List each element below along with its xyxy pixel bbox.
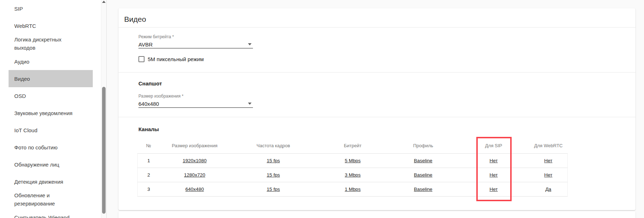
sidebar-item-iot-cloud[interactable]: IoT Cloud <box>9 122 93 139</box>
pixel-mode-checkbox-row[interactable]: 5M пиксельный режим <box>138 56 635 62</box>
sidebar-nav: SIP WebRTC Логика дискретных выходов Ауд… <box>9 0 93 218</box>
channel-number: 1 <box>138 153 160 168</box>
sidebar-item-sip[interactable]: SIP <box>9 0 93 17</box>
column-header-for-sip: Для SIP <box>458 138 529 153</box>
table-row: 3 640x480 15 fps 1 Mbps Baseline Нет Да <box>138 182 568 196</box>
sidebar-item-photo-by-event[interactable]: Фото по событию <box>9 139 93 156</box>
sidebar-item-motion-detection[interactable]: Детекция движения <box>9 173 93 190</box>
table-row: 2 1280x720 15 fps 3 Mbps Baseline Нет Не… <box>138 168 568 182</box>
next-card-edge <box>118 211 635 218</box>
snapshot-size-label: Размер изображения * <box>138 94 253 99</box>
for-sip-link[interactable]: Нет <box>490 187 498 192</box>
column-header-frame-rate: Частота кадров <box>230 138 317 153</box>
snapshot-size-value: 640x480 <box>138 101 253 107</box>
scrollbar-up-arrow-icon[interactable] <box>102 1 106 3</box>
sidebar-item-update-backup[interactable]: Обновление и резервирование <box>9 190 93 209</box>
channels-heading: Каналы <box>138 127 635 132</box>
profile-link[interactable]: Baseline <box>414 172 432 178</box>
column-header-profile: Профиль <box>389 138 458 153</box>
image-size-link[interactable]: 640x480 <box>186 187 204 192</box>
sidebar-item-sound-notifications[interactable]: Звуковые уведомления <box>9 104 93 122</box>
frame-rate-link[interactable]: 15 fps <box>267 172 280 178</box>
table-header-row: № Размер изображения Частота кадров Битр… <box>138 138 568 153</box>
bitrate-link[interactable]: 3 Mbps <box>345 172 360 178</box>
channel-number: 2 <box>138 168 160 182</box>
sidebar-item-webrtc[interactable]: WebRTC <box>9 17 93 34</box>
column-header-image-size: Размер изображения <box>160 138 230 153</box>
for-webrtc-link[interactable]: Да <box>545 187 551 192</box>
sidebar-scrollbar-thumb[interactable] <box>102 87 106 214</box>
main-content: Видео Режим битрейта * AVBR 5M пиксельны… <box>107 0 644 218</box>
column-header-for-webrtc: Для WebRTC <box>529 138 568 153</box>
snapshot-section: Снапшот Размер изображения * 640x480 <box>118 73 635 117</box>
settings-sidebar: SIP WebRTC Логика дискретных выходов Ауд… <box>0 0 101 218</box>
sidebar-item-wiegand-reader[interactable]: Считыватель Wiegand <box>9 209 93 218</box>
image-size-link[interactable]: 1920x1080 <box>183 158 207 163</box>
video-settings-card: Видео Режим битрейта * AVBR 5M пиксельны… <box>118 8 635 210</box>
frame-rate-link[interactable]: 15 fps <box>267 187 280 192</box>
for-webrtc-link[interactable]: Нет <box>544 172 552 178</box>
chevron-down-icon <box>248 103 252 105</box>
channel-number: 3 <box>138 182 160 196</box>
snapshot-heading: Снапшот <box>138 81 635 86</box>
sidebar-item-audio[interactable]: Аудио <box>9 53 93 70</box>
sidebar-scrollbar-track[interactable] <box>101 0 107 218</box>
sidebar-item-video[interactable]: Видео <box>9 70 93 87</box>
column-header-bitrate: Битрейт <box>317 138 389 153</box>
sidebar-item-face-detection[interactable]: Обнаружение лиц <box>9 156 93 173</box>
pixel-mode-checkbox-label: 5M пиксельный режим <box>148 56 204 62</box>
page-title: Видео <box>118 8 635 28</box>
frame-rate-link[interactable]: 15 fps <box>267 158 280 163</box>
channels-section: Каналы № Размер изображения Частота кадр… <box>118 117 635 197</box>
bitrate-mode-select[interactable]: Режим битрейта * AVBR <box>138 34 253 49</box>
for-webrtc-link[interactable]: Нет <box>544 158 552 163</box>
profile-link[interactable]: Baseline <box>414 158 432 163</box>
snapshot-size-select[interactable]: Размер изображения * 640x480 <box>138 94 253 108</box>
for-sip-link[interactable]: Нет <box>490 172 498 178</box>
column-header-number: № <box>138 138 160 153</box>
sidebar-item-discrete-outputs-logic[interactable]: Логика дискретных выходов <box>9 34 93 53</box>
channels-table: № Размер изображения Частота кадров Битр… <box>137 138 568 197</box>
bitrate-mode-section: Режим битрейта * AVBR 5M пиксельный режи… <box>118 28 635 73</box>
profile-link[interactable]: Baseline <box>414 187 432 192</box>
bitrate-link[interactable]: 5 Mbps <box>345 158 360 163</box>
chevron-down-icon <box>248 43 252 45</box>
sidebar-item-osd[interactable]: OSD <box>9 87 93 104</box>
table-row: 1 1920x1080 15 fps 5 Mbps Baseline Нет Н… <box>138 153 568 168</box>
for-sip-link[interactable]: Нет <box>490 158 498 163</box>
bitrate-mode-value: AVBR <box>138 41 253 48</box>
bitrate-link[interactable]: 1 Mbps <box>345 187 360 192</box>
image-size-link[interactable]: 1280x720 <box>184 172 205 178</box>
bitrate-mode-label: Режим битрейта * <box>138 34 253 39</box>
pixel-mode-checkbox[interactable] <box>138 56 144 62</box>
